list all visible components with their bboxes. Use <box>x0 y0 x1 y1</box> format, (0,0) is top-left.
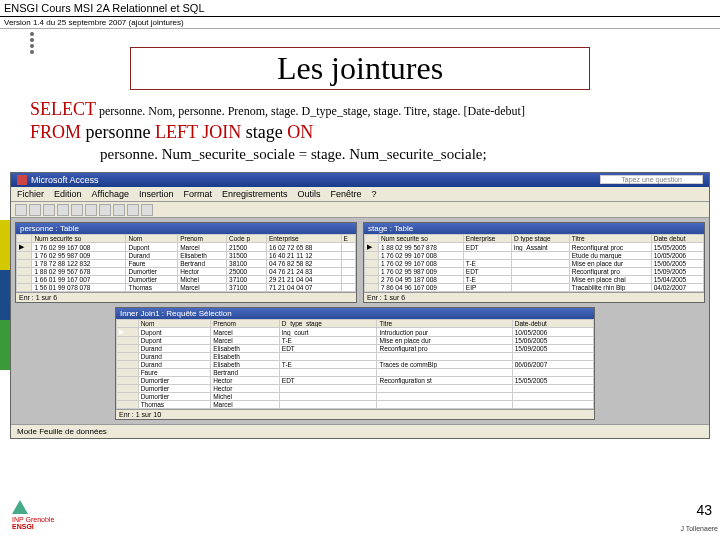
table-cell[interactable]: Durand <box>138 353 211 361</box>
table-cell[interactable] <box>512 393 593 401</box>
row-selector[interactable] <box>117 361 139 369</box>
column-header[interactable]: Prenom <box>211 320 280 328</box>
table-cell[interactable]: 71 21 04 04 07 <box>267 284 342 292</box>
table-cell[interactable]: Marcel <box>178 284 227 292</box>
menu-item[interactable]: Edition <box>54 189 82 199</box>
table-cell[interactable]: 15/05/2005 <box>651 243 703 252</box>
table-cell[interactable]: 1 78 72 88 122 832 <box>32 260 126 268</box>
table-cell[interactable]: 31500 <box>227 252 267 260</box>
table-cell[interactable]: Bertrand <box>211 369 280 377</box>
row-selector[interactable] <box>17 260 32 268</box>
row-selector[interactable] <box>365 276 379 284</box>
table-cell[interactable]: Hector <box>211 377 280 385</box>
table-cell[interactable]: 1 76 02 99 167 008 <box>378 252 463 260</box>
table-cell[interactable]: T-E <box>279 337 377 345</box>
row-selector[interactable] <box>117 345 139 353</box>
table-cell[interactable]: T-E <box>463 276 511 284</box>
row-selector[interactable] <box>365 268 379 276</box>
table-cell[interactable]: Hector <box>178 268 227 276</box>
table-cell[interactable]: Mise en place dur <box>377 337 512 345</box>
table-cell[interactable]: lng_court <box>279 328 377 337</box>
row-selector[interactable] <box>365 284 379 292</box>
table-cell[interactable]: Mise en place chai <box>569 276 651 284</box>
column-header[interactable]: Titre <box>569 235 651 243</box>
row-selector[interactable] <box>365 260 379 268</box>
table-cell[interactable]: Thomas <box>126 284 178 292</box>
table-cell[interactable]: 16 02 72 65 88 <box>267 243 342 252</box>
result-nav[interactable]: Enr : 1 sur 10 <box>116 409 594 419</box>
row-selector[interactable]: ▶ <box>365 243 379 252</box>
column-header[interactable]: Titre <box>377 320 512 328</box>
column-header[interactable]: Date debut <box>651 235 703 243</box>
table-cell[interactable]: Hector <box>211 385 280 393</box>
personne-nav[interactable]: Enr : 1 sur 6 <box>16 292 356 302</box>
table-cell[interactable] <box>377 385 512 393</box>
table-cell[interactable] <box>341 260 355 268</box>
table-cell[interactable] <box>279 369 377 377</box>
table-cell[interactable]: 1 56 01 99 078 078 <box>32 284 126 292</box>
table-cell[interactable]: Michel <box>211 393 280 401</box>
access-menubar[interactable]: FichierEditionAffichageInsertionFormatEn… <box>11 187 709 202</box>
table-cell[interactable]: Thomas <box>138 401 211 409</box>
table-cell[interactable]: 1 76 02 99 167 008 <box>32 243 126 252</box>
table-cell[interactable]: Dumortier <box>126 276 178 284</box>
table-cell[interactable]: 15/09/2005 <box>512 345 593 353</box>
table-cell[interactable]: Elisabeth <box>211 345 280 353</box>
table-cell[interactable]: EDT <box>279 377 377 385</box>
table-cell[interactable] <box>512 268 570 276</box>
row-selector[interactable] <box>117 353 139 361</box>
table-cell[interactable]: Bertrand <box>178 260 227 268</box>
table-cell[interactable]: Elisabeth <box>211 361 280 369</box>
table-cell[interactable]: 15/09/2005 <box>651 268 703 276</box>
menu-item[interactable]: Format <box>183 189 212 199</box>
row-selector[interactable] <box>117 377 139 385</box>
stage-nav[interactable]: Enr : 1 sur 6 <box>364 292 704 302</box>
menu-item[interactable]: Outils <box>298 189 321 199</box>
table-cell[interactable] <box>512 369 593 377</box>
table-cell[interactable]: 10/05/2006 <box>512 328 593 337</box>
table-cell[interactable]: 25000 <box>227 268 267 276</box>
menu-item[interactable]: Fenêtre <box>331 189 362 199</box>
table-cell[interactable]: 1 88 02 99 567 678 <box>32 268 126 276</box>
column-header[interactable]: Nom <box>138 320 211 328</box>
table-cell[interactable]: 04 76 21 24 83 <box>267 268 342 276</box>
table-cell[interactable]: Dumortier <box>126 268 178 276</box>
access-toolbar[interactable] <box>11 202 709 218</box>
table-cell[interactable]: Dupont <box>138 328 211 337</box>
table-cell[interactable]: EDT <box>463 243 511 252</box>
table-cell[interactable] <box>341 252 355 260</box>
table-cell[interactable]: 04 76 82 58 82 <box>267 260 342 268</box>
table-cell[interactable]: Elisabeth <box>211 353 280 361</box>
row-selector[interactable] <box>365 252 379 260</box>
table-cell[interactable]: Faure <box>126 260 178 268</box>
table-cell[interactable]: lng_Assaint <box>512 243 570 252</box>
table-cell[interactable]: 2 76 04 95 187 008 <box>378 276 463 284</box>
column-header[interactable]: D_type_stage <box>279 320 377 328</box>
table-cell[interactable]: Reconfigurat proc <box>569 243 651 252</box>
table-cell[interactable]: Dumortier <box>138 377 211 385</box>
column-header[interactable]: Enterprise <box>267 235 342 243</box>
row-selector[interactable] <box>117 393 139 401</box>
row-selector[interactable] <box>17 284 32 292</box>
personne-table-window[interactable]: personne : Table Num securite soNomPreno… <box>15 222 357 303</box>
row-selector[interactable] <box>17 276 32 284</box>
table-cell[interactable]: 15/04/2005 <box>651 276 703 284</box>
column-header[interactable]: Num securite so <box>32 235 126 243</box>
menu-item[interactable]: ? <box>372 189 377 199</box>
row-selector[interactable] <box>117 337 139 345</box>
table-cell[interactable] <box>512 260 570 268</box>
table-cell[interactable] <box>341 243 355 252</box>
row-selector[interactable] <box>117 385 139 393</box>
table-cell[interactable]: Dupont <box>138 337 211 345</box>
table-cell[interactable] <box>512 276 570 284</box>
table-cell[interactable]: Marcel <box>211 401 280 409</box>
menu-item[interactable]: Affichage <box>92 189 129 199</box>
table-cell[interactable] <box>512 385 593 393</box>
table-cell[interactable]: Introduction pour <box>377 328 512 337</box>
table-cell[interactable]: Traces de commBlp <box>377 361 512 369</box>
table-cell[interactable] <box>341 268 355 276</box>
table-cell[interactable]: Marcel <box>178 243 227 252</box>
row-selector[interactable] <box>117 369 139 377</box>
table-cell[interactable]: 04/02/2007 <box>651 284 703 292</box>
table-cell[interactable]: Dumortier <box>138 385 211 393</box>
